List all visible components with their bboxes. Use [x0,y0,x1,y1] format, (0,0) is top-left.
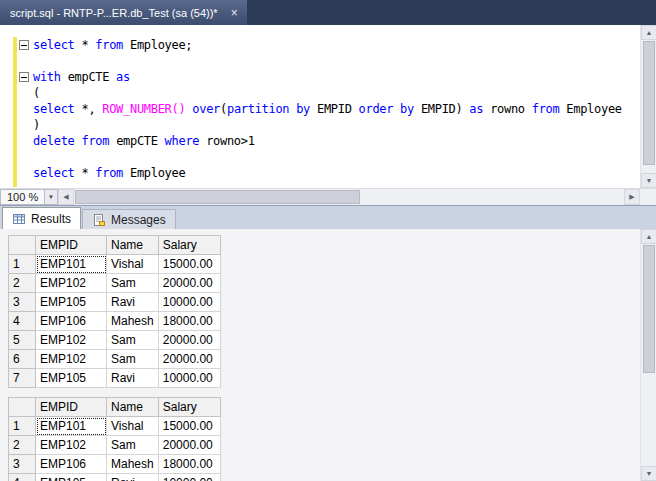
row-header[interactable]: 4 [9,312,36,331]
grid-cell[interactable]: Vishal [107,417,159,436]
grid-cell[interactable]: Mahesh [107,455,159,474]
tab-label: Results [31,212,71,226]
scroll-up-icon[interactable]: ▲ [641,25,656,40]
tab-label: Messages [111,213,166,227]
code-text: select *, ROW_NUMBER() over(partition by… [33,101,622,117]
scrollbar-thumb[interactable] [643,245,655,373]
scroll-right-icon[interactable]: ▶ [624,189,640,205]
code-line[interactable]: ( [0,85,639,101]
grid-cell[interactable]: 10000.00 [158,293,220,312]
grid-cell[interactable]: EMP105 [36,474,107,481]
code-area[interactable]: select * from Employee;with empCTE as(se… [0,37,639,181]
scrollbar-thumb[interactable] [643,41,655,165]
column-header[interactable]: Salary [158,236,220,255]
code-line[interactable] [0,149,639,165]
code-line[interactable]: select * from Employee [0,165,639,181]
column-header[interactable]: Name [107,398,159,417]
grid-cell[interactable]: Sam [107,436,159,455]
results-grid-1: EMPIDNameSalary1EMP101Vishal15000.002EMP… [8,235,221,388]
grids-container: EMPIDNameSalary1EMP101Vishal15000.002EMP… [8,235,656,481]
column-header[interactable]: Name [107,236,159,255]
column-header[interactable]: EMPID [36,236,107,255]
row-header[interactable]: 1 [9,417,36,436]
row-header[interactable]: 3 [9,293,36,312]
fold-collapse-icon[interactable] [19,72,29,82]
row-header[interactable]: 1 [9,255,36,274]
grid-cell[interactable]: 20000.00 [158,331,220,350]
fold-collapse-icon[interactable] [19,40,29,50]
row-header[interactable]: 7 [9,369,36,388]
grid-row: 1EMP101Vishal15000.00 [9,255,221,274]
code-gutter [0,165,33,181]
grid-cell[interactable]: 10000.00 [158,474,220,481]
code-line[interactable] [0,53,639,69]
grid-corner[interactable] [9,236,36,255]
grid-cell[interactable]: Mahesh [107,312,159,331]
zoom-control[interactable]: 100 % ▼ [0,189,58,205]
chevron-down-icon[interactable]: ▼ [44,190,57,204]
row-header[interactable]: 2 [9,436,36,455]
tab-results[interactable]: Results [2,207,81,229]
editor-horizontal-scrollbar[interactable]: ◀ ▶ [58,189,640,205]
code-line[interactable]: select *, ROW_NUMBER() over(partition by… [0,101,639,117]
grid-cell[interactable]: EMP102 [36,350,107,369]
grid-cell[interactable]: Vishal [107,255,159,274]
code-gutter [0,85,33,101]
grid-cell[interactable]: 10000.00 [158,369,220,388]
column-header[interactable]: EMPID [36,398,107,417]
grid-cell[interactable]: 20000.00 [158,436,220,455]
grid-cell[interactable]: EMP105 [36,369,107,388]
scroll-down-icon[interactable]: ▼ [641,173,656,188]
grid-cell[interactable]: Ravi [107,369,159,388]
sql-editor[interactable]: select * from Employee;with empCTE as(se… [0,25,656,188]
grid-cell[interactable]: 15000.00 [158,255,220,274]
grid-row: 2EMP102Sam20000.00 [9,274,221,293]
row-header[interactable]: 2 [9,274,36,293]
code-text: select * from Employee; [33,37,192,53]
column-header[interactable]: Salary [158,398,220,417]
grid-row: 7EMP105Ravi10000.00 [9,369,221,388]
scroll-down-icon[interactable]: ▼ [641,466,656,481]
grid-cell[interactable]: 15000.00 [158,417,220,436]
grid-cell[interactable]: 18000.00 [158,312,220,331]
grid-cell[interactable]: EMP101 [36,255,107,274]
document-tab[interactable]: script.sql - RNTP-P...ER.db_Test (sa (54… [0,0,247,25]
code-text: delete from empCTE where rowno>1 [33,133,255,149]
grid-cell[interactable]: EMP106 [36,312,107,331]
grid-cell[interactable]: Ravi [107,293,159,312]
code-line[interactable]: ) [0,117,639,133]
grid-cell[interactable]: EMP101 [36,417,107,436]
grid-row: 3EMP106Mahesh18000.00 [9,455,221,474]
grid-row: 2EMP102Sam20000.00 [9,436,221,455]
grid-corner[interactable] [9,398,36,417]
code-line[interactable]: with empCTE as [0,69,639,85]
editor-status-strip: 100 % ▼ ◀ ▶ [0,188,656,205]
code-line[interactable]: delete from empCTE where rowno>1 [0,133,639,149]
row-header[interactable]: 4 [9,474,36,481]
zoom-value: 100 % [7,191,38,203]
grid-cell[interactable]: Ravi [107,474,159,481]
grid-cell[interactable]: EMP102 [36,331,107,350]
row-header[interactable]: 5 [9,331,36,350]
grid-cell[interactable]: 20000.00 [158,350,220,369]
grid-cell[interactable]: Sam [107,274,159,293]
grid-cell[interactable]: EMP105 [36,293,107,312]
grid-cell[interactable]: Sam [107,331,159,350]
close-tab-icon[interactable]: × [231,7,238,19]
scrollbar-thumb[interactable] [75,190,360,204]
grid-cell[interactable]: 20000.00 [158,274,220,293]
scroll-up-icon[interactable]: ▲ [641,229,656,244]
row-header[interactable]: 3 [9,455,36,474]
scroll-left-icon[interactable]: ◀ [58,189,74,205]
results-grid-2: EMPIDNameSalary1EMP101Vishal15000.002EMP… [8,397,221,481]
grid-cell[interactable]: EMP102 [36,436,107,455]
grid-cell[interactable]: EMP102 [36,274,107,293]
results-vertical-scrollbar[interactable]: ▲ ▼ [640,229,656,481]
code-line[interactable]: select * from Employee; [0,37,639,53]
row-header[interactable]: 6 [9,350,36,369]
grid-cell[interactable]: EMP106 [36,455,107,474]
grid-cell[interactable]: 18000.00 [158,455,220,474]
editor-vertical-scrollbar[interactable]: ▲ ▼ [640,25,656,188]
tab-messages[interactable]: Messages [82,209,176,229]
grid-cell[interactable]: Sam [107,350,159,369]
